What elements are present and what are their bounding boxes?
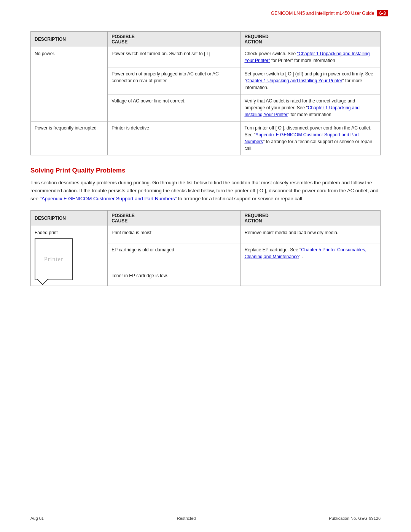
link-chapter1-voltage[interactable]: Chapter 1 Unpacking and Installing Your … [244,105,359,117]
cause-cartridge: EP cartridge is old or damaged [108,243,241,269]
link-appendix-e[interactable]: Appendix E GENICOM Customer Support and … [244,132,358,144]
page-footer: Aug 01 Restricted Publication No. GEG-99… [0,516,411,521]
action-switch: Check power switch. See "Chapter 1 Unpac… [241,47,381,67]
footer-right: Publication No. GEG-99126 [329,516,381,521]
page-header: GENICOM LN45 and Intelliprint mL450 User… [0,0,411,20]
table1-header-desc: Description [31,32,108,47]
link-appendix-e-section[interactable]: "Appendix E GENICOM Customer Support and… [40,196,177,201]
cause-voltage: Voltage of AC power line not correct. [108,94,241,121]
action-voltage: Verify that AC outlet is rated for the c… [241,94,381,121]
section-intro: This section describes quality problems … [30,179,381,203]
link-chapter1-unpacking[interactable]: "Chapter 1 Unpacking and Installing Your… [244,51,370,63]
action-toner [241,269,381,286]
page-number: 6-3 [377,10,388,16]
section-heading: Solving Print Quality Problems [30,167,381,174]
table2-header-desc: Description [31,211,108,226]
table2-header-cause: PossibleCause [108,211,241,226]
link-chapter5[interactable]: Chapter 5 Printer Consumables, Cleaning … [244,247,366,259]
action-cord: Set power switch to [ O ] (off) and plug… [241,67,381,94]
table1-header-action: RequiredAction [241,32,381,47]
desc-no-power: No power. [31,47,108,121]
cause-cord: Power cord not properly plugged into AC … [108,67,241,94]
desc-faded: Faded print Printer [31,226,108,286]
action-defective: Turn printer off [ O ], disconnect power… [241,121,381,155]
table1-header-cause: PossibleCause [108,32,241,47]
action-cartridge: Replace EP cartridge. See "Chapter 5 Pri… [241,243,381,269]
power-problems-table: Description PossibleCause RequiredAction… [30,31,381,155]
table-row: Power is frequently interrupted Printer … [31,121,381,155]
footer-left: Aug 01 [30,516,44,521]
table2-header-action: RequiredAction [241,211,381,226]
faded-print-image: Printer [35,238,73,280]
link-chapter1-cord[interactable]: Chapter 1 Unpacking and Installing Your … [246,78,342,83]
action-moist: Remove moist media and load new dry medi… [241,226,381,243]
header-title: GENICOM LN45 and Intelliprint mL450 User… [271,11,374,16]
table-row: Faded print Printer Print media is moist… [31,226,381,243]
cause-moist: Print media is moist. [108,226,241,243]
footer-center: Restricted [177,516,196,521]
cause-switch: Power switch not turned on. Switch not s… [108,47,241,67]
desc-interrupted: Power is frequently interrupted [31,121,108,155]
cause-defective: Printer is defective [108,121,241,155]
table-row: No power. Power switch not turned on. Sw… [31,47,381,67]
cause-toner: Toner in EP cartridge is low. [108,269,241,286]
content-area: Description PossibleCause RequiredAction… [0,20,411,320]
print-quality-table: Description PossibleCause RequiredAction… [30,210,381,286]
